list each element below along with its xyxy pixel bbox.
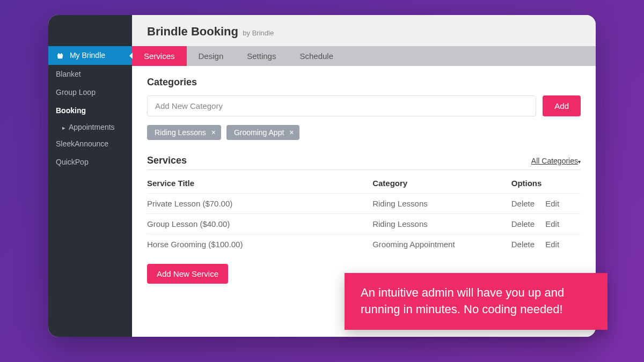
service-category-cell: Riding Lessons [372, 194, 511, 214]
delete-link[interactable]: Delete [511, 219, 543, 228]
service-options-cell: Delete Edit [511, 214, 581, 234]
page-subtitle: by Brindle [243, 29, 274, 37]
sidebar: My Brindle Blanket Group Loop Booking Ap… [48, 15, 132, 337]
new-category-input[interactable] [147, 95, 536, 116]
sidebar-brand-label: My Brindle [70, 51, 105, 60]
edit-link[interactable]: Edit [545, 219, 559, 228]
close-icon[interactable]: × [211, 128, 216, 137]
col-options: Options [511, 172, 581, 194]
delete-link[interactable]: Delete [511, 199, 543, 208]
tab-settings[interactable]: Settings [235, 46, 288, 66]
service-category-cell: Riding Lessons [372, 214, 511, 234]
tab-services[interactable]: Services [132, 46, 187, 66]
categories-heading: Categories [147, 77, 581, 88]
page-title: Brindle Booking [147, 25, 238, 38]
service-category-cell: Grooming Appointment [372, 234, 511, 255]
sidebar-brand[interactable]: My Brindle [48, 46, 132, 65]
sidebar-item-booking[interactable]: Booking [48, 101, 132, 120]
sidebar-item-quickpop[interactable]: QuickPop [48, 153, 132, 171]
category-filter-dropdown[interactable]: All Categories [531, 157, 581, 165]
table-row: Horse Grooming ($100.00) Grooming Appoin… [147, 234, 581, 255]
sidebar-sub-appointments[interactable]: Appointments [48, 120, 132, 135]
service-options-cell: Delete Edit [511, 194, 581, 214]
table-row: Private Lesson ($70.00) Riding Lessons D… [147, 194, 581, 214]
add-service-button[interactable]: Add New Service [147, 264, 228, 284]
add-category-button[interactable]: Add [543, 95, 581, 116]
tab-bar: Services Design Settings Schedule [132, 46, 596, 66]
service-options-cell: Delete Edit [511, 234, 581, 255]
tab-schedule[interactable]: Schedule [288, 46, 345, 66]
col-category: Category [372, 172, 511, 194]
services-header-row: Services All Categories [147, 155, 581, 170]
service-title-cell: Private Lesson ($70.00) [147, 194, 372, 214]
tag-label: Riding Lessons [155, 128, 206, 137]
close-icon[interactable]: × [289, 128, 294, 137]
brindle-dog-icon [56, 51, 64, 60]
edit-link[interactable]: Edit [545, 199, 559, 208]
tag-label: Grooming Appt [234, 128, 284, 137]
category-tags: Riding Lessons × Grooming Appt × [147, 125, 581, 140]
services-table: Service Title Category Options Private L… [147, 172, 581, 254]
category-tag-riding[interactable]: Riding Lessons × [147, 125, 221, 140]
tab-design[interactable]: Design [187, 46, 236, 66]
service-title-cell: Group Lesson ($40.00) [147, 214, 372, 234]
delete-link[interactable]: Delete [511, 240, 543, 249]
table-row: Group Lesson ($40.00) Riding Lessons Del… [147, 214, 581, 234]
category-input-row: Add [147, 95, 581, 116]
sidebar-item-sleekannounce[interactable]: SleekAnnounce [48, 135, 132, 153]
category-tag-grooming[interactable]: Grooming Appt × [226, 125, 299, 140]
col-service-title: Service Title [147, 172, 372, 194]
service-title-cell: Horse Grooming ($100.00) [147, 234, 372, 255]
sidebar-item-blanket[interactable]: Blanket [48, 65, 132, 83]
promo-callout: An intuitive admin will have you up and … [345, 273, 608, 330]
edit-link[interactable]: Edit [545, 240, 559, 249]
header: Brindle Booking by Brindle [132, 15, 596, 46]
services-heading: Services [147, 155, 187, 166]
sidebar-item-grouploop[interactable]: Group Loop [48, 83, 132, 101]
